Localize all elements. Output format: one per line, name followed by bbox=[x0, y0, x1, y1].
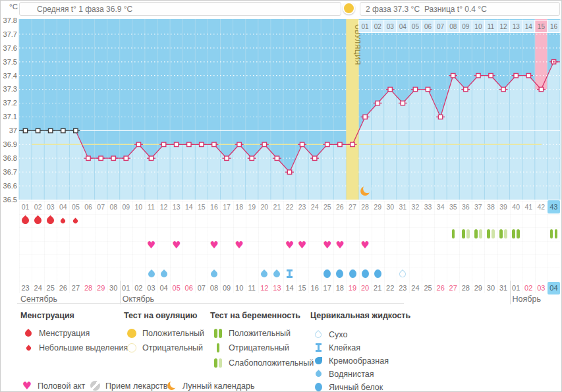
temperature-point bbox=[376, 101, 379, 105]
phase2-day-label: 13 bbox=[513, 23, 520, 30]
legend-item-label: Сухо bbox=[329, 330, 347, 339]
pregnancy-negative-icon bbox=[211, 343, 225, 352]
cycle-day-number: 24 bbox=[308, 200, 321, 213]
phase2-day-label: 03 bbox=[387, 23, 395, 30]
menstruation-light-icon bbox=[22, 346, 35, 350]
cycle-day-number: 34 bbox=[434, 200, 447, 213]
month-divider bbox=[120, 281, 121, 304]
temperature-point bbox=[476, 74, 480, 78]
calendar-bottom-divider bbox=[17, 303, 404, 304]
temperature-point bbox=[74, 128, 78, 132]
moon-icon bbox=[165, 381, 179, 390]
intercourse-icon: ♥ bbox=[171, 239, 181, 251]
date-cell: 24 bbox=[409, 282, 422, 294]
date-cell: 03 bbox=[145, 282, 157, 294]
legend-item: Клейкая bbox=[312, 342, 360, 353]
temperature-point bbox=[451, 74, 455, 78]
date-cell: 26 bbox=[434, 282, 447, 294]
temperature-point bbox=[49, 128, 53, 132]
cycle-day-number: 15 bbox=[195, 200, 208, 213]
pregnancy-test-positive-icon bbox=[512, 229, 520, 238]
eggwhite-icon bbox=[362, 269, 369, 278]
y-axis-tick-label: 37.6 bbox=[3, 44, 17, 52]
date-cell: 28 bbox=[82, 282, 95, 294]
temperature-point bbox=[36, 128, 40, 132]
legend-item-label: Водянистая bbox=[329, 370, 374, 379]
date-cell: 13 bbox=[271, 282, 283, 294]
date-cell: 26 bbox=[57, 282, 69, 294]
phase2-day-label: 04 bbox=[399, 23, 407, 30]
temperature-point bbox=[275, 156, 279, 160]
test-bar bbox=[492, 229, 495, 238]
intercourse-icon: ♥ bbox=[20, 379, 34, 392]
date-cell: 10 bbox=[233, 282, 246, 294]
cycle-day-number: 39 bbox=[497, 200, 510, 213]
pregnancy-test-positive-icon bbox=[550, 229, 558, 238]
cycle-day-number: 31 bbox=[397, 200, 409, 213]
test-bar bbox=[550, 229, 553, 238]
cycle-day-number: 40 bbox=[510, 200, 522, 213]
date-cell: 21 bbox=[372, 282, 384, 294]
cycle-day-number: 41 bbox=[522, 200, 535, 213]
y-axis-tick-label: 37.7 bbox=[3, 30, 17, 38]
legend-item: Отрицательный bbox=[211, 343, 289, 354]
cycle-day-number: 35 bbox=[447, 200, 459, 213]
date-cell: 04 bbox=[548, 282, 560, 294]
intercourse-icon: ♥ bbox=[235, 239, 244, 251]
temperature-point bbox=[200, 142, 204, 146]
y-axis-tick-label: 37.3 bbox=[3, 85, 17, 93]
cycle-day-number: 29 bbox=[372, 200, 384, 213]
legend-item: Водянистая bbox=[312, 368, 374, 379]
phase2-day-label: 16 bbox=[550, 23, 558, 30]
cycle-day-number: 27 bbox=[346, 200, 358, 213]
test-bar bbox=[479, 229, 482, 238]
legend-item: Отрицательный bbox=[125, 343, 203, 354]
date-cell: 02 bbox=[132, 282, 145, 294]
pregnancy-test-faint-icon bbox=[487, 229, 495, 238]
temperature-point bbox=[388, 87, 392, 91]
temperature-point bbox=[514, 74, 518, 78]
phase2-day-label: 07 bbox=[437, 23, 445, 30]
legend-item: Положительный bbox=[125, 327, 204, 339]
y-axis-tick-label: 37 bbox=[9, 126, 17, 134]
date-cell: 23 bbox=[397, 282, 409, 294]
legend-item-label: Лунный календарь bbox=[183, 381, 254, 391]
pregnancy-faint-icon bbox=[211, 358, 225, 368]
temperature-point bbox=[325, 142, 329, 146]
y-axis-tick-label: 37.4 bbox=[3, 72, 17, 80]
date-cell: 01 bbox=[510, 282, 522, 294]
cycle-day-number: 23 bbox=[296, 200, 308, 213]
temperature-point bbox=[501, 87, 505, 91]
cycle-day-number: 12 bbox=[157, 200, 170, 213]
legend-item-label: Положительный bbox=[229, 329, 291, 338]
y-axis-tick-label: 37.2 bbox=[3, 99, 17, 107]
date-cell: 11 bbox=[246, 282, 258, 294]
temperature-point bbox=[237, 142, 241, 146]
cycle-day-number: 36 bbox=[459, 200, 472, 213]
phase2-day-label: 01 bbox=[362, 23, 370, 30]
moon-icon-mask bbox=[363, 184, 372, 193]
date-cell: 29 bbox=[95, 282, 107, 294]
temperature-point bbox=[438, 115, 442, 119]
temperature-point bbox=[225, 156, 229, 160]
legend-item-label: Прием лекарств bbox=[105, 381, 167, 391]
temperature-point bbox=[300, 142, 304, 146]
temperature-point bbox=[539, 87, 543, 91]
legend-section-title: Тест на овуляцию bbox=[124, 311, 197, 320]
sticky-icon bbox=[287, 269, 293, 278]
cycle-day-number: 05 bbox=[69, 200, 82, 213]
phase2-day-label: 08 bbox=[449, 23, 457, 30]
legend-item: Прием лекарств bbox=[88, 380, 167, 391]
legend-item: Менструация bbox=[22, 327, 90, 339]
legend-item-label: Небольшие выделения bbox=[39, 343, 128, 352]
cycle-day-number: 18 bbox=[233, 200, 246, 213]
legend-section-title: Менструация bbox=[20, 311, 74, 320]
y-axis-tick-label: 37.8 bbox=[3, 16, 17, 24]
date-cell: 03 bbox=[535, 282, 548, 294]
legend-item-label: Положительный bbox=[142, 329, 204, 338]
cycle-day-number: 37 bbox=[472, 200, 484, 213]
cycle-day-number: 04 bbox=[57, 200, 69, 213]
temperature-point bbox=[338, 142, 342, 146]
legend-item-label: Слабоположительный bbox=[229, 358, 314, 368]
temperature-point bbox=[161, 142, 165, 146]
